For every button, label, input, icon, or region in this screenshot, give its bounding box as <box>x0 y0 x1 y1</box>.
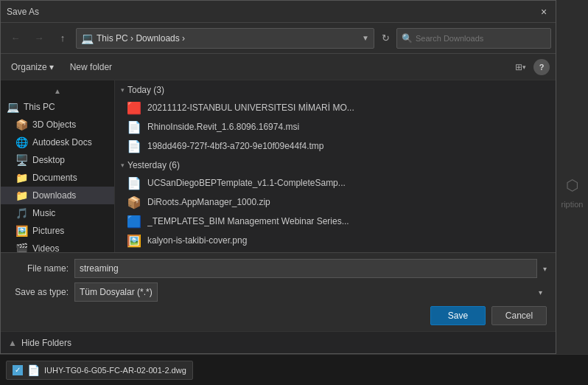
file-icon: 🟦 <box>127 215 141 229</box>
sidebar-item-3d-objects[interactable]: 📦 3D Objects <box>1 116 114 133</box>
file-icon: 📄 <box>127 120 141 134</box>
new-folder-button[interactable]: New folder <box>64 60 118 74</box>
sidebar-item-label: This PC <box>24 102 55 112</box>
nav-bar: ← → ↑ 💻 This PC › Downloads › ▼ ↻ 🔍 <box>1 23 556 54</box>
sidebar-item-pictures[interactable]: 🖼️ Pictures <box>1 222 114 240</box>
sidebar-item-label: Autodesk Docs <box>32 137 92 148</box>
pictures-icon: 🖼️ <box>15 225 28 237</box>
sidebar-item-documents[interactable]: 📁 Documents <box>1 169 114 187</box>
close-button[interactable]: × <box>538 6 550 18</box>
sidebar-item-label: 3D Objects <box>32 119 76 130</box>
desktop-icon: 🖥️ <box>15 154 28 166</box>
right-panel: ⬡ ription <box>556 0 588 385</box>
file-icon: 🖼️ <box>127 234 141 248</box>
sidebar-item-autodesk-docs[interactable]: 🌐 Autodesk Docs <box>1 133 114 151</box>
title-bar-controls: × <box>538 6 550 18</box>
savetype-chevron: ▾ <box>539 288 542 296</box>
file-name: 20211112-ISTANBUL UNIVERSITESI MİMARİ MO… <box>147 103 354 113</box>
savetype-wrapper: Tüm Dosyalar (*.*) ▾ <box>74 282 547 302</box>
save-button[interactable]: Save <box>430 306 486 325</box>
savetype-label: Save as type: <box>10 287 69 297</box>
taskbar-file-label: IUHY-TG0-6-G05-FC-AR-02-001-2.dwg <box>44 366 186 375</box>
sidebar-item-music[interactable]: 🎵 Music <box>1 204 114 222</box>
share-icon: ⬡ <box>566 176 578 194</box>
pc-icon: 💻 <box>7 101 19 113</box>
file-item[interactable]: 🟥 20211112-ISTANBUL UNIVERSITESI MİMARİ … <box>115 98 556 117</box>
sidebar-item-this-pc[interactable]: 💻 This PC <box>1 98 114 116</box>
pc-icon: 💻 <box>81 32 94 44</box>
savetype-row: Save as type: Tüm Dosyalar (*.*) ▾ <box>10 282 547 302</box>
file-icon: 📦 <box>127 195 141 209</box>
up-button[interactable]: ↑ <box>52 28 73 49</box>
savetype-select[interactable]: Tüm Dosyalar (*.*) <box>74 282 158 302</box>
file-item[interactable]: 🟦 _TEMPLATES_BIM Management Webinar Seri… <box>115 212 556 231</box>
address-text: This PC › Downloads › <box>97 33 359 44</box>
search-icon: 🔍 <box>402 33 413 44</box>
3d-objects-icon: 📦 <box>15 119 28 131</box>
view-button[interactable]: ⊞ ▾ <box>510 57 531 77</box>
music-icon: 🎵 <box>15 207 28 219</box>
file-name: RhinoInside.Revit_1.6.8096.16974.msi <box>147 122 299 132</box>
hide-folders-icon: ▲ <box>8 338 17 348</box>
filename-row: File name: ▾ <box>10 259 547 278</box>
yesterday-chevron[interactable]: ▾ <box>121 162 125 169</box>
search-input[interactable] <box>416 34 546 43</box>
view-chevron: ▾ <box>522 63 526 71</box>
today-header: Today (3) <box>127 85 164 95</box>
taskbar: ✓ 📄 IUHY-TG0-6-G05-FC-AR-02-001-2.dwg <box>0 354 588 385</box>
sidebar-item-videos[interactable]: 🎬 Videos <box>1 240 114 252</box>
help-button[interactable]: ? <box>533 59 550 75</box>
file-name: _TEMPLATES_BIM Management Webinar Series… <box>147 216 349 226</box>
file-list: ▾ Today (3) 🟥 20211112-ISTANBUL UNIVERSI… <box>115 80 556 252</box>
refresh-button[interactable]: ↻ <box>377 30 393 46</box>
hide-folders-label[interactable]: Hide Folders <box>21 338 71 348</box>
sidebar-item-desktop[interactable]: 🖥️ Desktop <box>1 151 114 169</box>
save-as-dialog: Save As × ← → ↑ 💻 This PC › Downloads › … <box>0 0 556 354</box>
sidebar-item-label: Desktop <box>32 155 65 165</box>
group-header-today: ▾ Today (3) <box>115 82 556 98</box>
file-name: UCSanDiegoBEPTemplate_v1.1-CompleteSamp.… <box>147 178 346 188</box>
cancel-button[interactable]: Cancel <box>491 306 547 325</box>
forward-button[interactable]: → <box>29 28 49 49</box>
file-item[interactable]: 📄 RhinoInside.Revit_1.6.8096.16974.msi <box>115 117 556 136</box>
main-area: ▲ 💻 This PC 📦 3D Objects 🌐 Autodesk Docs… <box>1 80 556 252</box>
file-item[interactable]: 📄 UCSanDiegoBEPTemplate_v1.1-CompleteSam… <box>115 173 556 192</box>
sidebar: ▲ 💻 This PC 📦 3D Objects 🌐 Autodesk Docs… <box>1 80 115 252</box>
view-icon: ⊞ <box>515 62 522 72</box>
today-chevron[interactable]: ▾ <box>121 86 125 94</box>
sidebar-scroll-up[interactable]: ▲ <box>52 85 63 97</box>
file-item[interactable]: 📦 DiRoots.AppManager_1000.zip <box>115 192 556 212</box>
organize-label: Organize <box>11 62 47 72</box>
dialog-title: Save As <box>7 7 39 17</box>
sidebar-item-label: Videos <box>32 243 59 252</box>
organize-button[interactable]: Organize ▾ <box>7 60 58 74</box>
back-button[interactable]: ← <box>5 28 26 49</box>
videos-icon: 🎬 <box>15 243 28 252</box>
sidebar-item-label: Pictures <box>32 226 64 236</box>
yesterday-header: Yesterday (6) <box>127 160 180 170</box>
file-item[interactable]: 📄 198dd469-727f-4bf3-a720-9e10f09e44f4.t… <box>115 136 556 156</box>
file-icon: 🟥 <box>127 101 141 115</box>
address-bar[interactable]: 💻 This PC › Downloads › ▼ <box>76 28 374 49</box>
search-bar: 🔍 <box>396 28 551 49</box>
group-header-yesterday: ▾ Yesterday (6) <box>115 157 556 173</box>
file-name: DiRoots.AppManager_1000.zip <box>147 197 270 207</box>
file-icon: 📄 <box>127 139 141 153</box>
address-chevron[interactable]: ▼ <box>362 34 369 42</box>
sidebar-item-label: Downloads <box>32 190 76 201</box>
action-bar: Organize ▾ New folder ⊞ ▾ ? <box>1 54 556 80</box>
sidebar-item-downloads[interactable]: 📁 Downloads <box>1 187 114 204</box>
taskbar-checkbox: ✓ <box>13 365 23 375</box>
filename-input[interactable] <box>74 259 537 278</box>
filename-label: File name: <box>10 263 69 274</box>
hide-folders-bar[interactable]: ▲ Hide Folders <box>1 331 556 353</box>
file-item[interactable]: 🖼️ kalyon-is-takibi-cover.png <box>115 231 556 250</box>
sidebar-item-label: Music <box>32 208 55 218</box>
bottom-area: File name: ▾ Save as type: Tüm Dosyalar … <box>1 252 556 331</box>
file-icon: 📄 <box>127 176 141 190</box>
autodesk-icon: 🌐 <box>15 136 28 148</box>
action-bar-right: ⊞ ▾ ? <box>510 57 550 77</box>
filename-chevron: ▾ <box>543 265 547 273</box>
taskbar-file-item[interactable]: ✓ 📄 IUHY-TG0-6-G05-FC-AR-02-001-2.dwg <box>6 361 193 380</box>
downloads-icon: 📁 <box>15 190 28 201</box>
